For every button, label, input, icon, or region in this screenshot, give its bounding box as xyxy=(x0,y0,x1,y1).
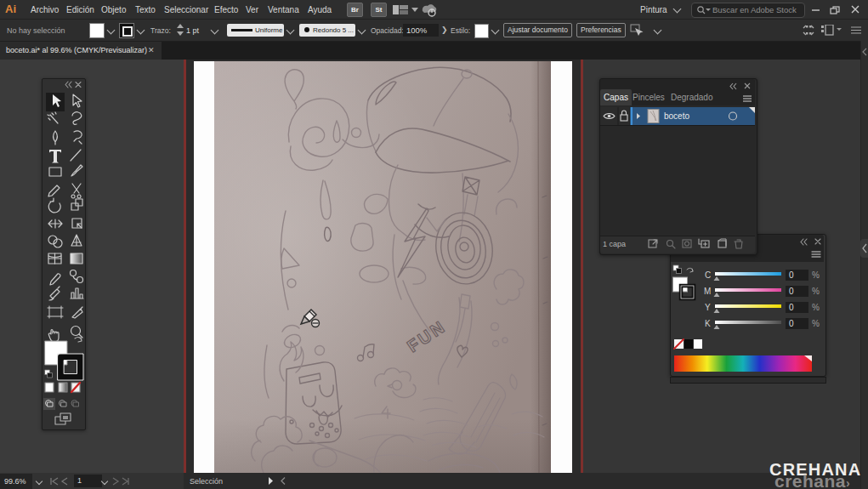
svg-text:K: K xyxy=(705,319,711,328)
svg-text:%: % xyxy=(812,303,820,312)
svg-text:C: C xyxy=(705,270,711,280)
svg-text:M: M xyxy=(704,287,711,296)
svg-text:0: 0 xyxy=(789,270,794,280)
svg-text:0: 0 xyxy=(789,303,794,312)
svg-text:%: % xyxy=(812,270,820,280)
svg-text:Buscar en Adobe Stock: Buscar en Adobe Stock xyxy=(712,5,797,14)
svg-text:0: 0 xyxy=(789,287,794,296)
svg-text:%: % xyxy=(812,319,820,328)
svg-text:Y: Y xyxy=(705,303,711,312)
svg-text:%: % xyxy=(812,287,820,296)
svg-text:0: 0 xyxy=(789,319,794,328)
